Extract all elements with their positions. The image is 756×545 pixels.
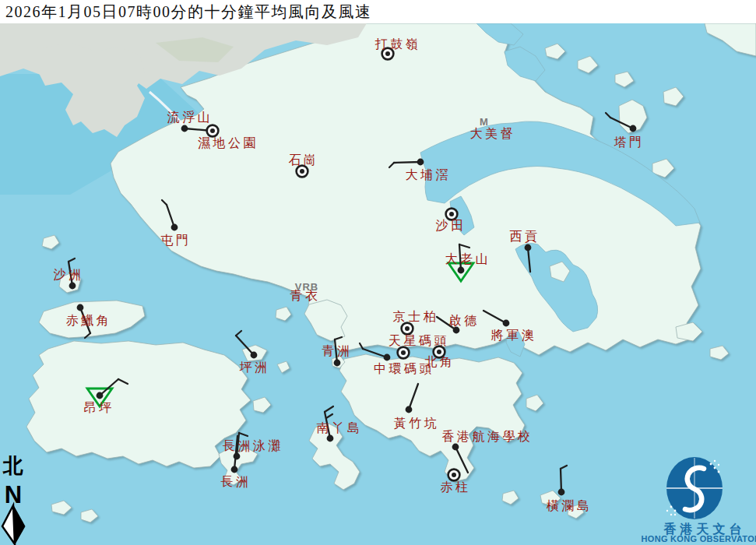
station-label: 屯門 <box>161 234 192 247</box>
station-dot-icon <box>458 267 465 274</box>
station-label: 赤鱲角 <box>66 314 112 327</box>
station-dot-icon <box>452 444 459 451</box>
hko-logo-english-name: HONG KONG OBSERVATORY <box>642 534 756 543</box>
station-label: 昂坪 <box>84 401 114 414</box>
station-dot-icon <box>406 406 413 413</box>
station-label: 大美督 <box>470 127 516 140</box>
station-label: 流浮山 <box>167 111 213 124</box>
station-dot-icon <box>405 326 410 331</box>
station-dot-icon <box>251 352 258 359</box>
station-label: 橫瀾島 <box>547 499 592 512</box>
wind-map-page: 2026年1月05日07時00分的十分鐘平均風向及風速 <box>0 0 756 545</box>
station-label: 香港航海學校 <box>442 430 533 443</box>
station-dot-icon <box>525 244 532 251</box>
station-dot-icon <box>503 320 510 327</box>
station-dot-icon <box>453 327 460 334</box>
station-label: 坪洲 <box>240 360 270 374</box>
station-label: 沙田 <box>436 219 466 232</box>
station-dot-icon <box>77 304 84 311</box>
station-label: 塔門 <box>614 135 645 149</box>
station-label: 西貢 <box>510 230 540 244</box>
station-dot-icon <box>630 125 637 132</box>
wind-shaft <box>561 469 561 492</box>
station-label: 濕地公園 <box>198 136 258 149</box>
station-label: 大老山 <box>445 252 491 265</box>
station-label: 赤柱 <box>441 480 471 494</box>
station-label: 將軍澳 <box>491 329 537 342</box>
compass-hanzi-north: 北 <box>2 455 23 477</box>
station-dot-icon <box>437 350 441 354</box>
station-label: 長洲 <box>221 475 251 488</box>
station-label: 青洲 <box>322 344 353 357</box>
map-annotation: VRB <box>295 281 318 293</box>
station-label: 黃竹坑 <box>394 417 440 430</box>
station-label: 石崗 <box>289 153 319 167</box>
station-dot-icon <box>385 51 390 56</box>
map-title: 2026年1月05日07時00分的十分鐘平均風向及風速 <box>0 0 756 23</box>
station-label: 大埔滘 <box>406 168 452 181</box>
station-label: 沙洲 <box>54 268 84 281</box>
map-annotation: M <box>480 116 489 128</box>
station-dot-icon <box>452 473 456 477</box>
station-label: 打鼓嶺 <box>374 37 421 51</box>
hong-kong-wind-map: 打鼓嶺流浮山濕地公園石崗大美督大埔滘塔門沙田屯門西貢大老山沙洲青衣赤鱲角京士柏啟… <box>0 0 756 545</box>
station: 大美督 <box>470 127 516 140</box>
station-dot-icon <box>300 169 304 174</box>
wind-shaft <box>394 162 420 163</box>
station-dot-icon <box>97 392 104 399</box>
station-dot-icon <box>417 159 424 166</box>
station-label: 京士柏 <box>393 310 439 323</box>
station-dot-icon <box>558 489 565 496</box>
station-dot-icon <box>327 435 334 442</box>
station-dot-icon <box>181 125 188 132</box>
station-dot-icon <box>171 224 178 231</box>
station-label: 南丫島 <box>317 421 363 434</box>
station-dot-icon <box>449 212 454 216</box>
compass: 北 N <box>2 455 25 544</box>
station-dot-icon <box>210 128 215 133</box>
station-label: 中環碼頭 <box>374 362 434 375</box>
station-dot-icon <box>231 466 238 473</box>
station-dot-icon <box>334 360 341 367</box>
station-label: 啟德 <box>449 314 480 327</box>
station-dot-icon <box>384 354 391 361</box>
station-dot-icon <box>401 350 406 355</box>
station-label: 長洲泳灘 <box>223 439 283 452</box>
station-dot-icon <box>69 283 76 290</box>
